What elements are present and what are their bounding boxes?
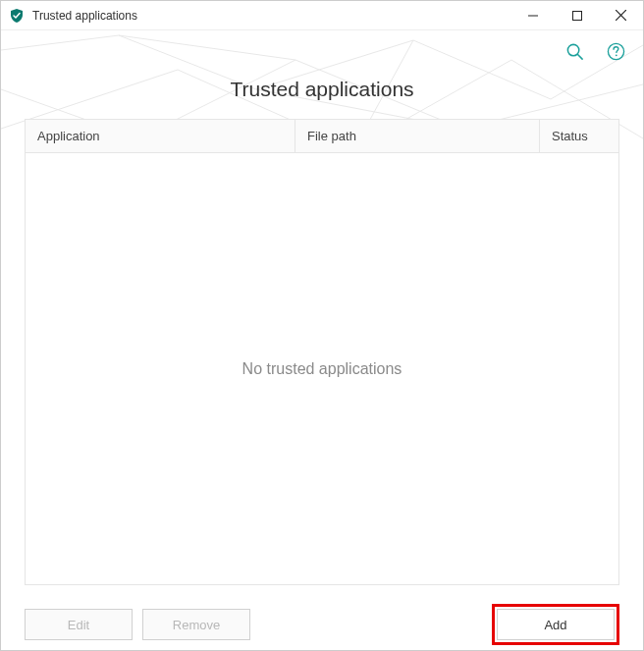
svg-line-5 — [577, 54, 582, 59]
window: Trusted applications Tru — [0, 0, 644, 651]
applications-table: Application File path Status No trusted … — [25, 119, 619, 585]
add-button-highlight: Add — [492, 604, 619, 645]
window-title: Trusted applications — [32, 9, 137, 23]
toolbar — [1, 30, 643, 72]
page-title: Trusted applications — [1, 72, 643, 119]
help-icon[interactable] — [606, 41, 625, 61]
close-button[interactable] — [599, 1, 643, 29]
content: Application File path Status No trusted … — [1, 119, 643, 599]
footer: Edit Remove Add — [1, 599, 643, 650]
remove-button: Remove — [142, 609, 250, 640]
shield-icon — [9, 8, 25, 24]
search-icon[interactable] — [564, 41, 584, 61]
titlebar: Trusted applications — [1, 1, 643, 30]
maximize-button[interactable] — [555, 1, 599, 29]
titlebar-left: Trusted applications — [1, 8, 137, 24]
table-body: No trusted applications — [26, 153, 618, 584]
column-header-file-path[interactable]: File path — [295, 120, 540, 152]
empty-state-text: No trusted applications — [242, 360, 402, 378]
minimize-button[interactable] — [510, 1, 555, 29]
table-header: Application File path Status — [26, 120, 618, 153]
svg-rect-1 — [572, 11, 581, 20]
add-button[interactable]: Add — [497, 609, 615, 640]
window-controls — [510, 1, 643, 29]
column-header-application[interactable]: Application — [26, 120, 295, 152]
edit-button: Edit — [25, 609, 133, 640]
column-header-status[interactable]: Status — [540, 120, 618, 152]
svg-point-7 — [615, 54, 617, 56]
